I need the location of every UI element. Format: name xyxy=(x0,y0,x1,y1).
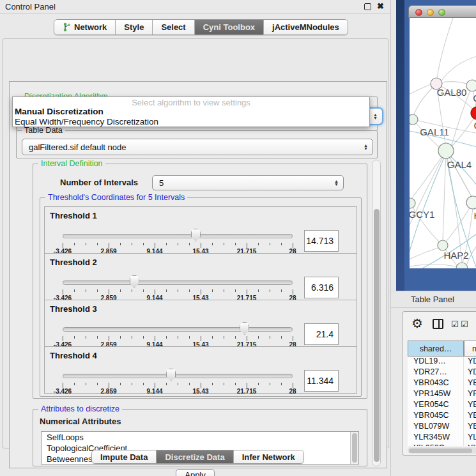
interval-definition-title: Interval Definition xyxy=(38,159,105,168)
tab-network[interactable]: Network xyxy=(54,20,116,35)
threshold-value-field[interactable]: 21.4 xyxy=(304,323,339,345)
tab-jactivemnodules[interactable]: jActiveMNodules xyxy=(264,20,348,35)
threshold-slider[interactable]: -3.4262.8599.14415.4321.71528 xyxy=(63,254,293,301)
attributes-scrollbar[interactable] xyxy=(350,432,358,464)
cyni-panel: Discretization Algorithm ▲▼ Table Data g… xyxy=(2,38,389,449)
table-row[interactable]: YDL19…YDL1 xyxy=(408,357,476,367)
tab-label: Network xyxy=(74,22,107,32)
network-node[interactable] xyxy=(466,80,476,91)
cell-shared-name[interactable]: YLR345W xyxy=(408,433,464,443)
table-row[interactable]: YIL052CYIL0 xyxy=(408,443,476,446)
algorithm-popup: Select algorithm to view settings Manual… xyxy=(12,96,370,127)
threshold-slider[interactable]: -3.4262.8599.14415.4321.71528 xyxy=(63,347,293,394)
network-window-titlebar[interactable] xyxy=(408,5,476,18)
network-node[interactable] xyxy=(438,240,448,250)
network-edges xyxy=(410,18,476,268)
network-node-label: C xyxy=(474,120,476,131)
cell-name[interactable]: YPR1 xyxy=(464,389,476,400)
network-node[interactable] xyxy=(410,114,418,125)
slider-handle[interactable] xyxy=(191,229,201,242)
network-canvas[interactable]: GAL80GACGAL11GAL4GCY1HHAP2 xyxy=(410,18,476,268)
cell-name[interactable]: YBL0 xyxy=(464,422,476,433)
tab-impute-data[interactable]: Impute Data xyxy=(92,450,157,463)
float-icon[interactable] xyxy=(364,3,371,10)
panel-scrollbar[interactable] xyxy=(372,160,381,466)
network-node[interactable] xyxy=(471,107,476,119)
threshold-block: Threshold 4-3.4262.8599.14415.4321.71528… xyxy=(44,346,357,394)
cell-name[interactable]: YBR0 xyxy=(464,411,476,422)
popup-item-manual-discretization[interactable]: Manual Discretization xyxy=(15,107,104,116)
column-header-shared-name[interactable]: shared… xyxy=(408,341,464,357)
network-node[interactable] xyxy=(410,198,415,208)
table-data-combobox[interactable]: galFiltered.sif default node ▲▼ xyxy=(22,139,373,155)
column-header-name[interactable]: na xyxy=(464,341,476,357)
cell-shared-name[interactable]: YPR145W xyxy=(408,389,464,400)
cell-shared-name[interactable]: YER054C xyxy=(408,400,464,411)
threshold-value-field[interactable]: 14.713 xyxy=(304,230,339,252)
cell-shared-name[interactable]: YIL052C xyxy=(408,443,464,446)
attributes-group-title: Attributes to discretize xyxy=(38,404,122,413)
spinner-arrows-icon: ▲▼ xyxy=(334,180,339,186)
cell-name[interactable]: YBR0 xyxy=(464,378,476,389)
tab-discretize-data[interactable]: Discretize Data xyxy=(157,450,233,463)
tab-style[interactable]: Style xyxy=(116,20,153,35)
threshold-slider[interactable]: -3.4262.8599.14415.4321.71528 xyxy=(63,300,293,348)
table-panel-title: Table Panel xyxy=(411,295,454,304)
column-layout-icon[interactable] xyxy=(433,319,443,329)
network-icon xyxy=(63,22,71,32)
slider-track[interactable] xyxy=(63,327,293,332)
cell-shared-name[interactable]: YBR045C xyxy=(408,411,464,422)
apply-button[interactable]: Apply xyxy=(176,469,215,476)
close-traffic-light[interactable] xyxy=(415,9,422,16)
table-row[interactable]: YBR043CYBR0 xyxy=(408,378,476,389)
tab-label: Select xyxy=(161,22,185,32)
bottom-tab-bar: Impute Data Discretize Data Infer Networ… xyxy=(91,450,304,464)
tab-cyni-toolbox[interactable]: Cyni Toolbox xyxy=(195,20,264,35)
tab-infer-network[interactable]: Infer Network xyxy=(234,450,303,463)
threshold-slider[interactable]: -3.4262.8599.14415.4321.71528 xyxy=(63,207,293,254)
table-horizontal-scrollbar[interactable] xyxy=(408,447,476,454)
cell-name[interactable]: YLR3 xyxy=(464,433,476,443)
network-node[interactable] xyxy=(438,143,454,158)
checkbox-icon[interactable]: ☑ xyxy=(461,319,468,329)
network-node[interactable] xyxy=(456,263,468,268)
tab-select[interactable]: Select xyxy=(153,20,194,35)
network-node-label: GA xyxy=(473,93,476,104)
minimize-traffic-light[interactable] xyxy=(427,9,434,16)
table-scrollbar-thumb[interactable] xyxy=(409,449,472,453)
gear-icon[interactable]: ⚙ xyxy=(411,316,423,331)
panel-scrollbar-thumb[interactable] xyxy=(374,209,380,462)
checkbox-icon[interactable]: ☑ xyxy=(451,319,459,329)
slider-track[interactable] xyxy=(63,374,293,378)
cell-shared-name[interactable]: YBL079W xyxy=(408,422,464,433)
slider-track[interactable] xyxy=(63,280,293,285)
table-data-group-title: Table Data xyxy=(22,126,65,135)
zoom-traffic-light[interactable] xyxy=(438,9,445,16)
network-node[interactable] xyxy=(466,196,476,209)
table-row[interactable]: YPR145WYPR1 xyxy=(408,389,476,400)
table-row[interactable]: YER054CYER0 xyxy=(408,400,476,411)
table-row[interactable]: YLR345WYLR3 xyxy=(408,433,476,443)
threshold-value-field[interactable]: 11.344 xyxy=(304,370,339,392)
table-row[interactable]: YBL079WYBL0 xyxy=(408,422,476,433)
slider-track[interactable] xyxy=(63,234,293,238)
thresholds-group: Threshold's Coordinates for 5 Intervals … xyxy=(40,197,362,397)
number-of-intervals-combobox[interactable]: 5 ▲▼ xyxy=(152,175,344,190)
close-icon[interactable]: ✖ xyxy=(377,1,384,11)
slider-handle[interactable] xyxy=(240,322,249,335)
attribute-list-item[interactable]: SelfLoops xyxy=(42,432,358,443)
threshold-value-field[interactable]: 6.316 xyxy=(304,277,339,298)
tab-label: Impute Data xyxy=(100,452,148,462)
cell-name[interactable]: YDL1 xyxy=(464,357,476,367)
cell-shared-name[interactable]: YDL19… xyxy=(408,357,464,367)
slider-handle[interactable] xyxy=(166,369,176,381)
table-row[interactable]: YBR045CYBR0 xyxy=(408,411,476,422)
cell-name[interactable]: YIL0 xyxy=(464,443,476,446)
popup-item-equal-width[interactable]: Equal Width/Frequency Discretization xyxy=(15,117,158,127)
slider-handle[interactable] xyxy=(130,275,139,288)
table-row[interactable]: YDR27…YDR2 xyxy=(408,367,476,378)
cell-name[interactable]: YER0 xyxy=(464,400,476,411)
cell-shared-name[interactable]: YDR27… xyxy=(408,367,464,378)
cell-name[interactable]: YDR2 xyxy=(464,367,476,378)
cell-shared-name[interactable]: YBR043C xyxy=(408,378,464,389)
